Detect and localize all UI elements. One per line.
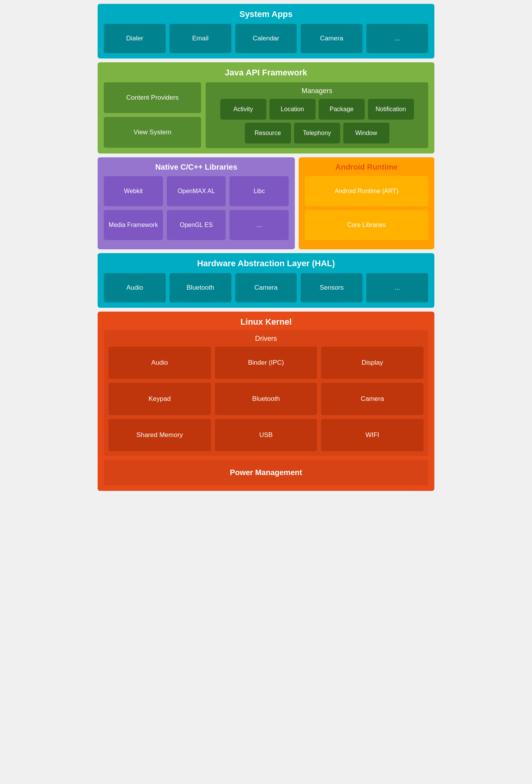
manager-resource: Resource (245, 123, 291, 143)
driver-display: Display (321, 347, 424, 379)
native-libc: Libc (229, 176, 289, 206)
managers-title: Managers (210, 87, 424, 95)
manager-package: Package (319, 99, 365, 120)
java-api-content: Content Providers View System Managers A… (104, 82, 428, 148)
hal-bluetooth: Bluetooth (170, 273, 231, 302)
hal-layer: Hardware Abstraction Layer (HAL) Audio B… (98, 253, 434, 308)
system-apps-layer: System Apps Dialer Email Calendar Camera… (98, 4, 434, 58)
driver-audio: Audio (108, 347, 211, 379)
linux-kernel-title: Linux Kernel (104, 317, 428, 327)
manager-window: Window (343, 123, 389, 143)
system-apps-title: System Apps (104, 9, 428, 19)
manager-activity: Activity (220, 99, 266, 120)
driver-usb: USB (215, 419, 318, 451)
manager-notification: Notification (368, 99, 414, 120)
native-openmax: OpenMAX AL (167, 176, 226, 206)
drivers-grid: Audio Binder (IPC) Display Keypad Blueto… (108, 347, 424, 451)
hal-grid: Audio Bluetooth Camera Sensors ... (104, 273, 428, 302)
native-opengl: OpenGL ES (167, 210, 226, 240)
app-tile-dialer: Dialer (104, 24, 166, 53)
native-media: Media Framework (104, 210, 163, 240)
driver-bluetooth: Bluetooth (215, 383, 318, 415)
view-system-tile: View System (104, 117, 201, 148)
driver-keypad: Keypad (108, 383, 211, 415)
managers-panel: Managers Activity Location Package Notif… (206, 82, 428, 148)
native-libs-title: Native C/C++ Libraries (104, 163, 289, 172)
power-management-tile: Power Management (104, 460, 428, 485)
linux-kernel-layer: Linux Kernel Drivers Audio Binder (IPC) … (98, 312, 434, 491)
native-libs-layer: Native C/C++ Libraries Webkit OpenMAX AL… (98, 157, 295, 249)
android-runtime-title: Android Runtime (305, 163, 428, 172)
driver-shared-memory: Shared Memory (108, 419, 211, 451)
java-api-title: Java API Framework (104, 68, 428, 78)
driver-binder: Binder (IPC) (215, 347, 318, 379)
driver-wifi: WIFI (321, 419, 424, 451)
manager-location: Location (269, 99, 316, 120)
drivers-section: Drivers Audio Binder (IPC) Display Keypa… (104, 330, 428, 456)
native-libs-grid: Webkit OpenMAX AL Libc Media Framework O… (104, 176, 289, 240)
native-webkit: Webkit (104, 176, 163, 206)
native-runtime-row: Native C/C++ Libraries Webkit OpenMAX AL… (98, 157, 434, 249)
hal-audio: Audio (104, 273, 166, 302)
java-api-layer: Java API Framework Content Providers Vie… (98, 62, 434, 153)
native-more: ... (229, 210, 289, 240)
driver-camera: Camera (321, 383, 424, 415)
app-tile-calendar: Calendar (235, 24, 297, 53)
hal-camera: Camera (235, 273, 297, 302)
hal-title: Hardware Abstraction Layer (HAL) (104, 259, 428, 269)
content-providers-tile: Content Providers (104, 82, 201, 113)
java-api-left: Content Providers View System (104, 82, 201, 148)
app-tile-more: ... (366, 24, 428, 53)
runtime-core: Core Libraries (305, 210, 428, 240)
app-tile-camera: Camera (301, 24, 362, 53)
runtime-art: Android Runtime (ART) (305, 176, 428, 206)
drivers-title: Drivers (108, 335, 424, 343)
hal-sensors: Sensors (301, 273, 362, 302)
system-apps-grid: Dialer Email Calendar Camera ... (104, 24, 428, 53)
android-runtime-layer: Android Runtime Android Runtime (ART) Co… (299, 157, 434, 249)
manager-telephony: Telephony (294, 123, 340, 143)
hal-more: ... (366, 273, 428, 302)
managers-grid: Activity Location Package Notification R… (210, 99, 424, 143)
app-tile-email: Email (170, 24, 231, 53)
